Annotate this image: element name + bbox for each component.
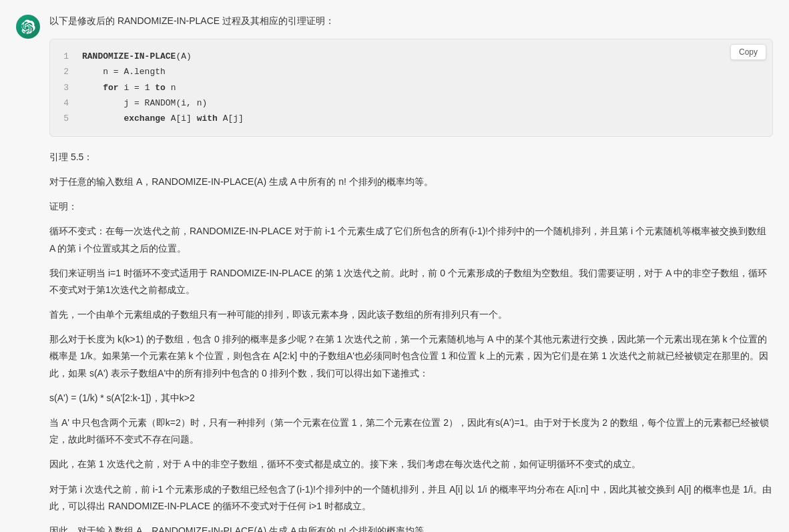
line-num-1: 1 xyxy=(61,49,69,64)
induction-section: 对于第 i 次迭代之前，前 i-1 个元素形成的子数组已经包含了(i-1)!个排… xyxy=(49,481,773,515)
line-num-5: 5 xyxy=(61,111,69,126)
loop-invariant: 循环不变式：在每一次迭代之前，RANDOMIZE-IN-PLACE 对于前 i-… xyxy=(49,223,773,256)
line-code-4: j = RANDOM(i, n) xyxy=(82,95,207,111)
init-section: 我们来证明当 i=1 时循环不变式适用于 RANDOMIZE-IN-PLACE … xyxy=(49,265,773,298)
avatar xyxy=(16,15,40,39)
conclusion1-section: 因此，在第 1 次迭代之前，对于 A 中的非空子数组，循环不变式都是成立的。接下… xyxy=(49,456,773,473)
final-section: 因此，对于输入数组 A，RANDOMIZE-IN-PLACE(A) 生成 A 中… xyxy=(49,523,773,532)
line-num-4: 4 xyxy=(61,95,69,111)
code-line-1: 1 RANDOMIZE-IN-PLACE(A) xyxy=(61,49,762,64)
code-block: 1 RANDOMIZE-IN-PLACE(A) 2 n = A.length 3… xyxy=(49,39,773,137)
message-container: 以下是修改后的 RANDOMIZE-IN-PLACE 过程及其相应的引理证明： … xyxy=(0,0,789,532)
proof-title: 证明： xyxy=(49,198,773,215)
code-line-4: 4 j = RANDOM(i, n) xyxy=(61,95,762,111)
code-line-5: 5 exchange A[i] with A[j] xyxy=(61,111,762,126)
code-line-2: 2 n = A.length xyxy=(61,64,762,79)
lemma-title: 引理 5.5： xyxy=(49,149,773,166)
copy-button[interactable]: Copy xyxy=(730,44,766,60)
line-code-5: exchange A[i] with A[j] xyxy=(82,111,244,126)
code-block-wrapper: 1 RANDOMIZE-IN-PLACE(A) 2 n = A.length 3… xyxy=(49,39,773,137)
message-body: 以下是修改后的 RANDOMIZE-IN-PLACE 过程及其相应的引理证明： … xyxy=(49,13,773,532)
single-elem-section: 首先，一个由单个元素组成的子数组只有一种可能的排列，即该元素本身，因此该子数组的… xyxy=(49,306,773,323)
main-content: 以下是修改后的 RANDOMIZE-IN-PLACE 过程及其相应的引理证明： … xyxy=(0,0,789,532)
k-length-section: 那么对于长度为 k(k>1) 的子数组，包含 0 排列的概率是多少呢？在第 1 … xyxy=(49,331,773,382)
intro-text: 以下是修改后的 RANDOMIZE-IN-PLACE 过程及其相应的引理证明： xyxy=(49,13,773,29)
line-num-3: 3 xyxy=(61,80,69,95)
line-num-2: 2 xyxy=(61,64,69,79)
line-code-3: for i = 1 to n xyxy=(82,80,176,95)
line-code-1: RANDOMIZE-IN-PLACE(A) xyxy=(82,49,192,64)
base-case-section: 当 A' 中只包含两个元素（即k=2）时，只有一种排列（第一个元素在位置 1，第… xyxy=(49,415,773,448)
lemma-body: 对于任意的输入数组 A，RANDOMIZE-IN-PLACE(A) 生成 A 中… xyxy=(49,174,773,190)
recurrence-section: s(A') = (1/k) * s(A'[2:k-1])，其中k>2 xyxy=(49,390,773,407)
line-code-2: n = A.length xyxy=(82,64,166,79)
code-line-3: 3 for i = 1 to n xyxy=(61,80,762,95)
openai-logo-icon xyxy=(21,19,35,34)
